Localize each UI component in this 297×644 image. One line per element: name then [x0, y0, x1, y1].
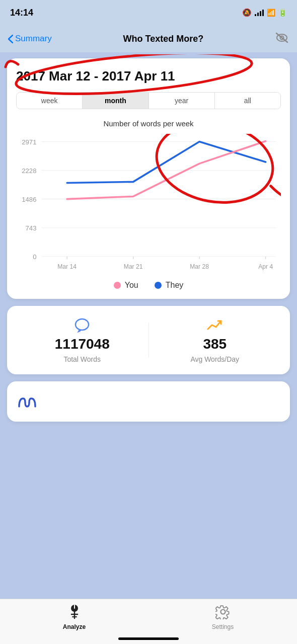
- avg-words-label: Avg Words/Day: [190, 355, 239, 363]
- stats-card: 1117048 Total Words 385 Avg Words/Day: [7, 306, 290, 374]
- settings-tab-label: Settings: [212, 623, 234, 630]
- analyze-icon: [67, 604, 82, 621]
- nav-bar: Summary Who Texted More?: [0, 25, 297, 52]
- svg-point-22: [76, 319, 89, 330]
- back-chevron-icon: [8, 35, 13, 43]
- chart-card: 2017 Mar 12 - 2017 Apr 11 week month yea…: [7, 58, 290, 299]
- svg-text:743: 743: [26, 224, 37, 232]
- status-time: 14:14: [10, 8, 33, 18]
- svg-point-27: [220, 610, 225, 614]
- chat-bubble-icon: [74, 317, 90, 333]
- line-chart: 2971 2228 1486 743 0 Mar 14 Mar 21: [16, 134, 281, 275]
- total-words-value: 1117048: [55, 336, 110, 352]
- bell-slash-icon: 🔕: [242, 8, 252, 17]
- svg-text:Mar 14: Mar 14: [57, 263, 77, 270]
- tab-week[interactable]: week: [17, 93, 83, 109]
- chart-legend: You They: [16, 281, 281, 290]
- they-line: [67, 142, 265, 183]
- home-indicator: [118, 637, 179, 640]
- trend-up-icon: [207, 317, 223, 333]
- main-content: 2017 Mar 12 - 2017 Apr 11 week month yea…: [0, 52, 297, 428]
- svg-text:Mar 28: Mar 28: [190, 263, 209, 270]
- partial-card-icon: [16, 393, 40, 410]
- eye-off-icon: [275, 32, 289, 43]
- wifi-icon: 📶: [267, 9, 275, 17]
- chart-title: Number of words per week: [16, 119, 281, 128]
- avg-words-stat: 385 Avg Words/Day: [149, 317, 281, 363]
- tab-analyze[interactable]: Analyze: [0, 604, 148, 630]
- analyze-tab-label: Analyze: [63, 623, 86, 630]
- tab-all[interactable]: all: [215, 93, 280, 109]
- total-words-stat: 1117048 Total Words: [16, 317, 148, 363]
- svg-text:2971: 2971: [22, 138, 36, 146]
- status-icons: 🔕 📶 🔋: [242, 8, 287, 17]
- they-label: They: [166, 281, 184, 290]
- legend-they: They: [155, 281, 184, 290]
- svg-text:Mar 21: Mar 21: [124, 263, 143, 270]
- tab-settings[interactable]: Settings: [148, 604, 297, 630]
- page-title: Who Texted More?: [123, 34, 204, 44]
- svg-text:2228: 2228: [22, 167, 36, 175]
- tab-month[interactable]: month: [83, 93, 148, 109]
- svg-text:1486: 1486: [22, 196, 36, 203]
- status-bar: 14:14 🔕 📶 🔋: [0, 0, 297, 25]
- settings-icon: [215, 604, 231, 621]
- date-range: 2017 Mar 12 - 2017 Apr 11: [16, 68, 281, 84]
- legend-you: You: [114, 281, 138, 290]
- total-words-label: Total Words: [63, 355, 101, 363]
- chart-area: 2971 2228 1486 743 0 Mar 14 Mar 21: [16, 134, 281, 275]
- they-dot: [155, 282, 162, 289]
- eye-off-button[interactable]: [275, 32, 289, 45]
- svg-text:0: 0: [33, 253, 36, 261]
- svg-text:Apr 4: Apr 4: [258, 263, 273, 270]
- back-button[interactable]: Summary: [8, 34, 52, 44]
- tab-year[interactable]: year: [149, 93, 215, 109]
- you-label: You: [125, 281, 138, 290]
- avg-words-value: 385: [203, 336, 227, 352]
- partial-card: [7, 381, 290, 422]
- you-dot: [114, 282, 121, 289]
- back-label: Summary: [15, 34, 52, 44]
- period-tabs: week month year all: [16, 92, 281, 109]
- battery-icon: 🔋: [278, 9, 287, 17]
- signal-bars: [255, 9, 264, 16]
